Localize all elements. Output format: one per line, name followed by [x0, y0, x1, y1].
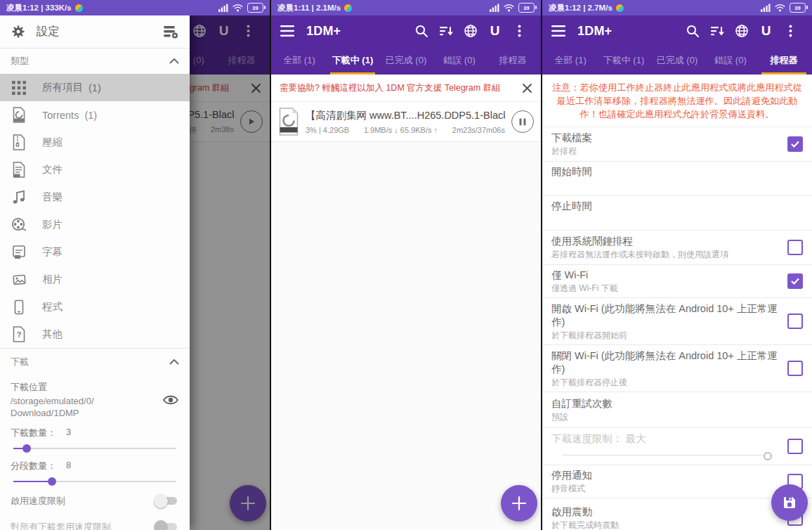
- downloads-count-value: 3: [66, 427, 71, 439]
- overflow-menu-icon[interactable]: [778, 18, 803, 44]
- enable-speed-limit-toggle[interactable]: [154, 494, 179, 508]
- checkbox[interactable]: [787, 439, 803, 454]
- app-bar: 1DM+ U: [542, 15, 812, 46]
- sidebar-item-music[interactable]: 音樂: [0, 183, 190, 211]
- checkbox[interactable]: [787, 273, 803, 289]
- all-items-grid-icon: [11, 81, 27, 95]
- setting-subtitle: 於下載完成時震動: [551, 520, 780, 530]
- add-download-fab[interactable]: [501, 485, 537, 522]
- setting-row-download-files[interactable]: 下載檔案於排程: [542, 127, 812, 162]
- tab-downloading[interactable]: 下載中 (1): [597, 46, 650, 75]
- download-title: 【高清剧集网 www.BT....H265.DDP5.1-BlackTV: [306, 109, 505, 122]
- sidebar-item-other[interactable]: ? 其他: [0, 321, 190, 348]
- checkbox[interactable]: [787, 240, 803, 255]
- setting-title: 停止時間: [551, 200, 796, 213]
- checkbox[interactable]: [787, 136, 803, 152]
- downloads-count-slider[interactable]: [13, 444, 176, 453]
- download-eta: 2m23s/37m06s: [452, 126, 505, 134]
- search-icon[interactable]: [409, 18, 433, 44]
- advanced-settings-icon[interactable]: [162, 24, 179, 39]
- menu-icon[interactable]: [280, 25, 294, 37]
- tab-scheduler[interactable]: 排程器: [757, 46, 811, 75]
- zip-file-icon: [11, 134, 27, 150]
- apply-all-speed-limit-row[interactable]: 對所有下載套用速度限制: [0, 514, 190, 530]
- setting-row-system-alarm[interactable]: 使用系統鬧鐘排程若排程器無法運作或未按時啟動，則使用該選項: [542, 231, 812, 265]
- setting-row-start-time[interactable]: 開始時間: [542, 162, 812, 196]
- close-icon[interactable]: [522, 83, 532, 93]
- sidebar-item-torrents[interactable]: Torrents (1): [0, 101, 190, 129]
- setting-subtitle: 於下載排程器開始前: [551, 330, 780, 341]
- sidebar-item-label: 文件: [42, 163, 63, 176]
- tab-finished[interactable]: 已完成 (0): [650, 46, 704, 75]
- setting-row-wifi-off[interactable]: 關閉 Wi-Fi (此功能將無法在 Android 10+ 上正常運作)於下載排…: [542, 345, 812, 392]
- pause-button[interactable]: [511, 110, 534, 133]
- battery-icon: 39: [247, 3, 263, 13]
- setting-row-speed-limit[interactable]: 下載速度限制： 最大: [542, 428, 812, 465]
- menu-icon[interactable]: [551, 25, 565, 37]
- tab-finished[interactable]: 已完成 (0): [379, 46, 433, 75]
- enable-speed-limit-row[interactable]: 啟用速度限制: [0, 488, 190, 514]
- sidebar-item-label: 程式: [42, 300, 63, 314]
- sidebar-item-documents[interactable]: 文件: [0, 156, 190, 183]
- eye-icon[interactable]: [162, 394, 179, 406]
- sidebar-item-videos[interactable]: 影片: [0, 211, 190, 238]
- tab-all[interactable]: 全部 (1): [273, 46, 326, 75]
- tab-error[interactable]: 錯誤 (0): [433, 46, 486, 75]
- tab-all[interactable]: 全部 (1): [544, 46, 597, 75]
- setting-row-retry-count[interactable]: 自訂重試次數預設: [542, 392, 812, 428]
- download-location-path-1: /storage/emulated/0/: [11, 395, 162, 407]
- search-icon[interactable]: [680, 18, 705, 44]
- battery-icon: 39: [518, 3, 535, 13]
- setting-row-disable-notifications[interactable]: 停用通知靜音模式: [542, 465, 812, 498]
- magnet-logo-icon[interactable]: U: [754, 18, 778, 44]
- tab-downloading[interactable]: 下載中 (1): [326, 46, 379, 75]
- browser-globe-icon[interactable]: [729, 18, 754, 44]
- apply-all-speed-limit-toggle[interactable]: [154, 520, 179, 530]
- telegram-banner-text[interactable]: 需要協助? 輕觸這裡以加入 1DM 官方支援 Telegram 群組: [280, 82, 501, 94]
- music-note-icon: [11, 190, 27, 205]
- checkbox[interactable]: [787, 314, 803, 329]
- tab-scheduler[interactable]: 排程器: [486, 46, 539, 75]
- download-location-label: 下載位置: [11, 381, 162, 394]
- photos-icon: [11, 273, 27, 287]
- status-time-speed: 凌晨1:12 | 333K/s: [6, 3, 72, 13]
- sidebar-item-apps[interactable]: 程式: [0, 293, 190, 321]
- status-emoji-icon: [75, 4, 83, 12]
- slider-thumb: [764, 452, 772, 460]
- sidebar-item-subtitles[interactable]: 字幕: [0, 238, 190, 266]
- download-speeds: 1.9MB/s ↓ 65.9KB/s ↑: [364, 126, 438, 134]
- download-location-row[interactable]: 下載位置 /storage/emulated/0/ Download/1DMP: [0, 375, 190, 422]
- save-scheduler-fab[interactable]: [771, 484, 808, 521]
- tab-error[interactable]: 錯誤 (0): [704, 46, 757, 75]
- checkbox[interactable]: [787, 361, 803, 376]
- sidebar-item-photos[interactable]: 相片: [0, 266, 190, 293]
- download-item-active[interactable]: 【高清剧集网 www.BT....H265.DDP5.1-BlackTV 3% …: [271, 102, 541, 142]
- section-type[interactable]: 類型: [0, 49, 190, 74]
- tab-bar: 全部 (1) 下載中 (1) 已完成 (0) 錯誤 (0) 排程器: [271, 46, 541, 75]
- setting-row-wifi-only[interactable]: 僅 Wi-Fi僅透過 Wi-Fi 下載: [542, 265, 812, 298]
- signal-icon: [490, 4, 499, 12]
- segments-count-slider[interactable]: [13, 477, 176, 486]
- status-bar: 凌晨1:12 | 333K/s 39: [0, 0, 270, 15]
- sort-icon[interactable]: [433, 18, 458, 44]
- setting-row-stop-time[interactable]: 停止時間: [542, 196, 812, 231]
- sidebar-item-all-items[interactable]: 所有項目 (1): [0, 74, 190, 101]
- telegram-banner[interactable]: 需要協助? 輕觸這裡以加入 1DM 官方支援 Telegram 群組: [271, 75, 541, 102]
- section-download[interactable]: 下載: [0, 349, 190, 375]
- torrent-doc-icon: [11, 107, 27, 123]
- setting-row-wifi-on[interactable]: 開啟 Wi-Fi (此功能將無法在 Android 10+ 上正常運作)於下載排…: [542, 298, 812, 345]
- status-bar: 凌晨1:11 | 2.1M/s 39: [271, 0, 541, 15]
- sidebar-item-label: 音樂: [42, 190, 63, 204]
- signal-icon: [218, 4, 228, 12]
- chevron-up-icon: [169, 359, 179, 365]
- browser-globe-icon[interactable]: [458, 18, 483, 44]
- setting-title: 關閉 Wi-Fi (此功能將無法在 Android 10+ 上正常運作): [551, 349, 780, 376]
- segments-count-label: 分段數量：: [11, 460, 56, 472]
- sidebar-item-compressed[interactable]: 壓縮: [0, 129, 190, 156]
- magnet-logo-icon[interactable]: U: [483, 18, 507, 44]
- tab-bar: 全部 (1) 下載中 (1) 已完成 (0) 錯誤 (0) 排程器: [542, 46, 812, 75]
- sort-icon[interactable]: [705, 18, 729, 44]
- overflow-menu-icon[interactable]: [507, 18, 532, 44]
- film-reel-icon: [11, 217, 27, 233]
- wifi-icon: [233, 4, 243, 12]
